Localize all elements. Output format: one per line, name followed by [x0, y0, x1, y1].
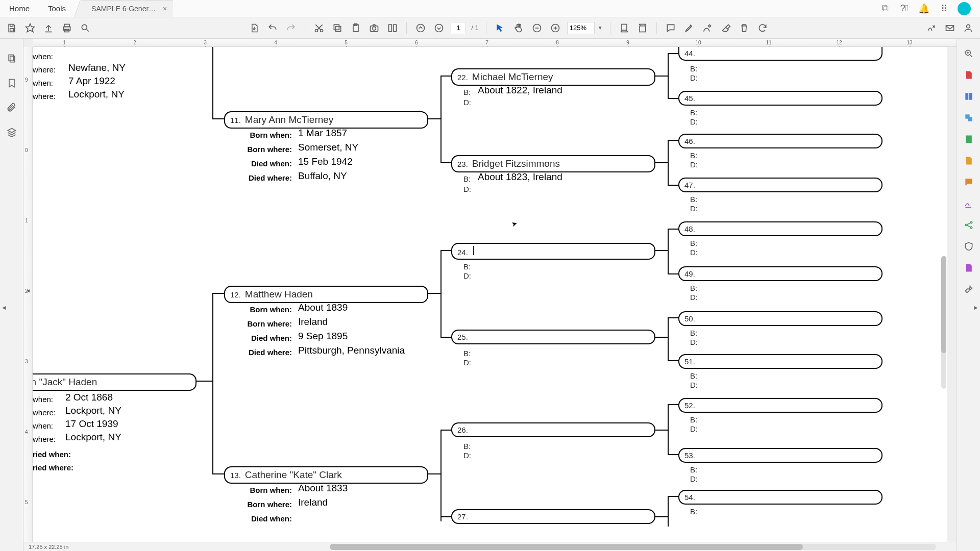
screenshot-icon[interactable]: ⧉ — [880, 4, 890, 14]
organize-pages-icon[interactable] — [386, 21, 399, 35]
delete-icon[interactable] — [738, 21, 751, 35]
menu-bar: Home Tools SAMPLE 6-Gener… × ⧉ ?⃝ 🔔 ⠿ — [0, 0, 980, 17]
more-tools-icon[interactable] — [963, 262, 974, 273]
attachments-icon[interactable] — [6, 102, 17, 113]
person-54-box[interactable]: 54. — [678, 490, 883, 505]
status-bar: 17.25 x 22.25 in — [23, 542, 957, 551]
refresh-icon[interactable] — [756, 21, 769, 35]
star-icon[interactable] — [23, 21, 37, 35]
person-49-box[interactable]: 49. — [678, 266, 883, 281]
person-52-box[interactable]: 52. — [678, 398, 883, 413]
person-11-box[interactable]: 11. Mary Ann McTierney — [224, 111, 428, 129]
svg-rect-30 — [968, 117, 972, 121]
comment-icon[interactable] — [664, 21, 677, 35]
copy-icon[interactable] — [331, 21, 344, 35]
profile-icon[interactable] — [962, 21, 975, 35]
svg-rect-14 — [389, 24, 392, 31]
vertical-scrollbar[interactable] — [941, 256, 946, 389]
draw-icon[interactable] — [701, 21, 714, 35]
undo-icon[interactable] — [266, 21, 279, 35]
zoom-dropdown-icon[interactable]: ▼ — [598, 25, 603, 31]
zoom-input[interactable] — [567, 22, 595, 34]
person-47-box[interactable]: 47. — [678, 178, 883, 192]
vertical-scroll-thumb[interactable] — [941, 256, 946, 353]
horizontal-scroll-thumb[interactable] — [330, 544, 803, 550]
camera-icon[interactable] — [368, 21, 381, 35]
frag-value: Lockport, NY — [68, 89, 125, 100]
svg-rect-0 — [10, 28, 14, 31]
person-44-box[interactable]: 44. — [678, 47, 883, 61]
email-icon[interactable] — [943, 21, 957, 35]
svg-point-32 — [970, 221, 972, 223]
account-avatar[interactable] — [958, 2, 971, 15]
protect-tool-icon[interactable] — [963, 241, 974, 252]
help-icon[interactable]: ?⃝ — [899, 4, 910, 14]
mouse-cursor-icon: ➤ — [510, 218, 519, 228]
share-icon[interactable] — [42, 21, 55, 35]
cut-icon[interactable] — [312, 21, 326, 35]
magnify-tool-icon[interactable] — [963, 48, 974, 59]
page-number-input[interactable] — [451, 22, 466, 34]
zoom-in-icon[interactable] — [549, 21, 562, 35]
organize-tool-icon[interactable] — [963, 155, 974, 166]
right-collapse-icon[interactable]: ► — [973, 304, 979, 311]
menu-home[interactable]: Home — [0, 0, 39, 17]
erase-icon[interactable] — [719, 21, 732, 35]
horizontal-scrollbar[interactable] — [330, 544, 936, 550]
fill-sign-tool-icon[interactable] — [963, 198, 974, 209]
thumbnails-icon[interactable] — [6, 53, 17, 64]
person-48-box[interactable]: 48. — [678, 221, 883, 236]
page-down-icon[interactable] — [432, 21, 446, 35]
fit-width-icon[interactable] — [618, 21, 631, 35]
frag-value: Newfane, NY — [68, 62, 126, 73]
comments-tool-icon[interactable] — [963, 177, 974, 188]
combine-tool-icon[interactable] — [963, 112, 974, 123]
zoom-out-icon[interactable] — [530, 21, 544, 35]
person-jack-box[interactable]: hn "Jack" Haden — [33, 373, 197, 391]
hand-tool-icon[interactable] — [512, 21, 525, 35]
print-icon[interactable] — [60, 21, 74, 35]
share-tool-icon[interactable] — [963, 219, 974, 231]
person-22-box[interactable]: 22. Michael McTierney — [451, 68, 655, 86]
document-tab[interactable]: SAMPLE 6-Gener… × — [81, 0, 173, 17]
select-tool-icon[interactable] — [494, 21, 507, 35]
frag-value: 7 Apr 1922 — [68, 76, 115, 87]
person-13-box[interactable]: 13. Catherine "Kate" Clark — [224, 466, 428, 484]
export-pdf-icon[interactable] — [248, 21, 261, 35]
page-dimensions-label: 17.25 x 22.25 in — [29, 544, 68, 550]
edit-pdf-tool-icon[interactable] — [963, 91, 974, 102]
save-icon[interactable] — [5, 21, 18, 35]
document-page[interactable]: when: where: Newfane, NY when: 7 Apr 192… — [33, 47, 947, 542]
layers-icon[interactable] — [6, 127, 17, 138]
pedigree-chart: when: where: Newfane, NY when: 7 Apr 192… — [33, 47, 947, 542]
notifications-icon[interactable]: 🔔 — [919, 4, 929, 14]
close-tab-icon[interactable]: × — [163, 5, 167, 13]
menu-tools[interactable]: Tools — [39, 0, 75, 17]
bookmarks-icon[interactable] — [6, 78, 17, 89]
svg-point-23 — [967, 24, 970, 28]
export-tool-icon[interactable] — [963, 134, 974, 145]
person-53-box[interactable]: 53. — [678, 448, 883, 463]
person-23-box[interactable]: 23. Bridget Fitzsimmons — [451, 155, 655, 172]
person-25-box[interactable]: 25. — [451, 330, 655, 344]
person-50-box[interactable]: 50. — [678, 311, 883, 326]
person-46-box[interactable]: 46. — [678, 134, 883, 148]
wrench-tool-icon[interactable] — [963, 284, 974, 295]
left-collapse-icon[interactable]: ◄ — [1, 304, 7, 311]
person-12-box[interactable]: 12. Matthew Haden — [224, 286, 428, 303]
page-up-icon[interactable] — [414, 21, 427, 35]
person-45-box[interactable]: 45. — [678, 91, 883, 106]
search-icon[interactable] — [79, 21, 92, 35]
redo-icon[interactable] — [284, 21, 298, 35]
highlight-icon[interactable] — [682, 21, 696, 35]
fit-page-icon[interactable] — [636, 21, 649, 35]
person-51-box[interactable]: 51. — [678, 354, 883, 369]
apps-grid-icon[interactable]: ⠿ — [938, 4, 948, 14]
sign-icon[interactable] — [925, 21, 938, 35]
person-27-box[interactable]: 27. — [451, 509, 655, 524]
person-24-box[interactable]: 24. — [451, 243, 655, 260]
create-pdf-tool-icon[interactable] — [963, 69, 974, 81]
person-26-box[interactable]: 26. — [451, 422, 655, 437]
horizontal-ruler: 1 2 3 4 5 6 7 8 9 10 11 12 13 — [33, 39, 957, 47]
paste-icon[interactable] — [349, 21, 362, 35]
